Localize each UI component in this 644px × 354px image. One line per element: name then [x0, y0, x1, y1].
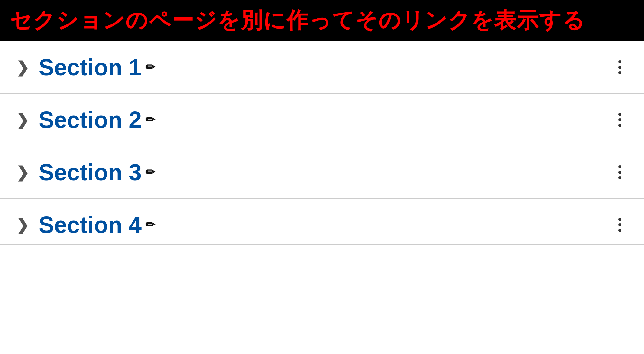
content-area: ❯ Section 1✏ ❯ Section 2✏ ❯ — [0, 41, 644, 245]
section-2-left: ❯ Section 2✏ — [16, 107, 155, 133]
section-row-3: ❯ Section 3✏ — [0, 146, 644, 199]
section-3-title: Section 3✏ — [39, 159, 155, 186]
section-3-label: Section 3 — [39, 159, 142, 186]
more-dot — [618, 229, 621, 232]
section-4-label: Section 4 — [39, 212, 142, 238]
section-1-left: ❯ Section 1✏ — [16, 54, 155, 81]
more-menu-4[interactable] — [612, 215, 628, 235]
chevron-icon-4[interactable]: ❯ — [16, 216, 29, 234]
section-row-1: ❯ Section 1✏ — [0, 41, 644, 94]
more-dot — [618, 171, 621, 174]
more-menu-3[interactable] — [612, 162, 628, 183]
section-4-title: Section 4✏ — [39, 212, 155, 238]
more-dot — [618, 124, 621, 127]
more-dot — [618, 71, 621, 74]
section-3-left: ❯ Section 3✏ — [16, 159, 155, 186]
chevron-icon-2[interactable]: ❯ — [16, 111, 29, 129]
more-dot — [618, 118, 621, 121]
edit-icon-4[interactable]: ✏ — [145, 218, 155, 232]
edit-icon-3[interactable]: ✏ — [145, 166, 155, 179]
header-bar: セクションのページを別に作ってそのリンクを表示する — [0, 0, 644, 41]
more-menu-2[interactable] — [612, 110, 628, 130]
section-row-2: ❯ Section 2✏ — [0, 94, 644, 146]
section-2-title: Section 2✏ — [39, 107, 155, 133]
edit-icon-2[interactable]: ✏ — [145, 113, 155, 127]
section-4-left: ❯ Section 4✏ — [16, 212, 155, 238]
chevron-icon-1[interactable]: ❯ — [16, 58, 29, 76]
section-1-title: Section 1✏ — [39, 54, 155, 81]
more-dot — [618, 66, 621, 69]
more-dot — [618, 218, 621, 221]
more-dot — [618, 223, 621, 226]
more-menu-1[interactable] — [612, 57, 628, 78]
section-2-label: Section 2 — [39, 107, 142, 133]
edit-icon-1[interactable]: ✏ — [145, 61, 155, 74]
more-dot — [618, 176, 621, 179]
more-dot — [618, 60, 621, 63]
section-1-label: Section 1 — [39, 54, 142, 81]
more-dot — [618, 165, 621, 168]
section-row-4: ❯ Section 4✏ — [0, 199, 644, 245]
header-title: セクションのページを別に作ってそのリンクを表示する — [10, 6, 585, 35]
more-dot — [618, 113, 621, 116]
chevron-icon-3[interactable]: ❯ — [16, 163, 29, 181]
